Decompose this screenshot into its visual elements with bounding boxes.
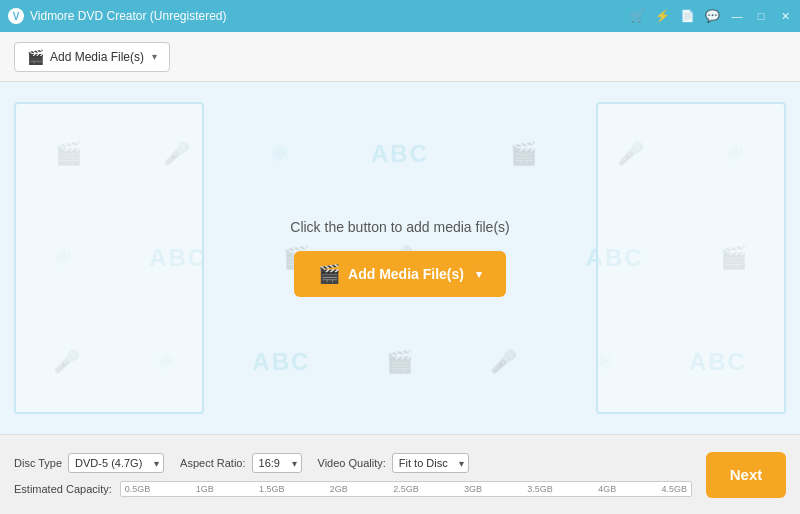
center-content: Click the button to add media file(s) 🎬 …	[290, 219, 509, 297]
add-media-dropdown-arrow[interactable]: ▾	[152, 51, 157, 62]
right-panel	[596, 102, 786, 414]
bottom-controls: Disc Type DVD-5 (4.7G) DVD-9 (8.5G) BD-2…	[14, 453, 692, 497]
tick-8: 4.5GB	[661, 484, 687, 494]
aspect-ratio-select-wrapper: 16:9 4:3	[252, 453, 302, 473]
cart-icon[interactable]: 🛒	[630, 9, 645, 23]
app-title: Vidmore DVD Creator (Unregistered)	[30, 9, 227, 23]
tick-3: 2GB	[330, 484, 348, 494]
aspect-ratio-group: Aspect Ratio: 16:9 4:3	[180, 453, 301, 473]
video-quality-group: Video Quality: Fit to Disc High Medium L…	[318, 453, 469, 473]
next-button[interactable]: Next	[706, 452, 786, 498]
aspect-ratio-select[interactable]: 16:9 4:3	[252, 453, 302, 473]
disc-type-group: Disc Type DVD-5 (4.7G) DVD-9 (8.5G) BD-2…	[14, 453, 164, 473]
add-media-large-label: Add Media File(s)	[348, 266, 464, 282]
lightning-icon[interactable]: ⚡	[655, 9, 670, 23]
add-media-button[interactable]: 🎬 Add Media File(s) ▾	[14, 42, 170, 72]
add-media-large-button[interactable]: 🎬 Add Media File(s) ▾	[294, 251, 506, 297]
add-media-large-icon: 🎬	[318, 263, 340, 285]
estimated-capacity-label: Estimated Capacity:	[14, 483, 112, 495]
minimize-button[interactable]: —	[730, 9, 744, 23]
title-bar-controls: 🛒 ⚡ 📄 💬 — □ ✕	[630, 9, 792, 23]
capacity-bar: 0.5GB 1GB 1.5GB 2GB 2.5GB 3GB 3.5GB 4GB …	[120, 481, 692, 497]
title-bar-left: V Vidmore DVD Creator (Unregistered)	[8, 8, 227, 24]
main-content-area: 🎬 🎤 ⚛ ABC 🎬 🎤 ⚛ ⚛ ABC 🎬 🎤 ⚛ ABC 🎬 🎤 ⚛ AB…	[0, 82, 800, 434]
bottom-bar: Disc Type DVD-5 (4.7G) DVD-9 (8.5G) BD-2…	[0, 434, 800, 514]
tick-1: 1GB	[196, 484, 214, 494]
aspect-ratio-label: Aspect Ratio:	[180, 457, 245, 469]
chat-icon[interactable]: 💬	[705, 9, 720, 23]
video-quality-label: Video Quality:	[318, 457, 386, 469]
capacity-row: Estimated Capacity: 0.5GB 1GB 1.5GB 2GB …	[14, 481, 692, 497]
title-bar: V Vidmore DVD Creator (Unregistered) 🛒 ⚡…	[0, 0, 800, 32]
empty-state-text: Click the button to add media file(s)	[290, 219, 509, 235]
add-media-large-arrow: ▾	[476, 268, 482, 281]
file-icon[interactable]: 📄	[680, 9, 695, 23]
app-icon: V	[8, 8, 24, 24]
tick-6: 3.5GB	[527, 484, 553, 494]
maximize-button[interactable]: □	[754, 9, 768, 23]
close-button[interactable]: ✕	[778, 9, 792, 23]
video-quality-select-wrapper: Fit to Disc High Medium Low	[392, 453, 469, 473]
left-panel	[14, 102, 204, 414]
disc-type-select[interactable]: DVD-5 (4.7G) DVD-9 (8.5G) BD-25 BD-50	[68, 453, 164, 473]
disc-type-select-wrapper: DVD-5 (4.7G) DVD-9 (8.5G) BD-25 BD-50	[68, 453, 164, 473]
add-media-label: Add Media File(s)	[50, 50, 144, 64]
tick-4: 2.5GB	[393, 484, 419, 494]
add-media-icon: 🎬	[27, 49, 44, 65]
tick-0: 0.5GB	[125, 484, 151, 494]
video-quality-select[interactable]: Fit to Disc High Medium Low	[392, 453, 469, 473]
tick-7: 4GB	[598, 484, 616, 494]
toolbar: 🎬 Add Media File(s) ▾	[0, 32, 800, 82]
tick-5: 3GB	[464, 484, 482, 494]
controls-row: Disc Type DVD-5 (4.7G) DVD-9 (8.5G) BD-2…	[14, 453, 692, 473]
disc-type-label: Disc Type	[14, 457, 62, 469]
tick-2: 1.5GB	[259, 484, 285, 494]
